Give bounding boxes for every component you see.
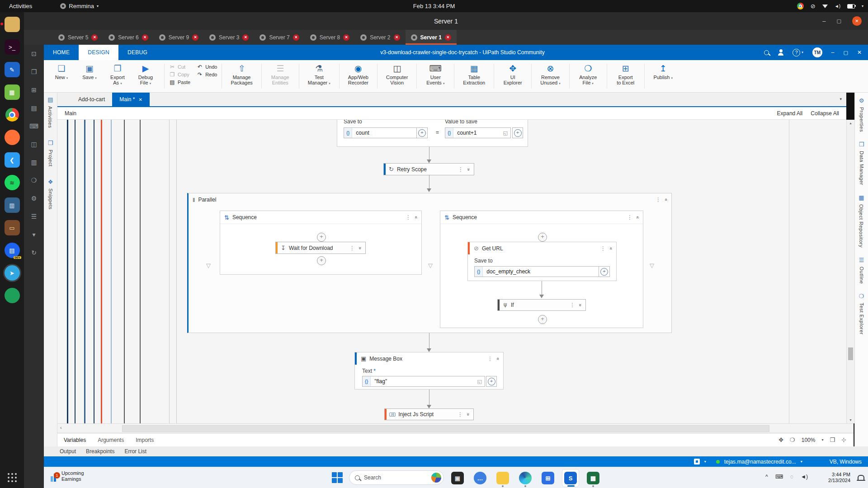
paste-button[interactable]: ▤Paste <box>169 79 190 85</box>
debug-file-button[interactable]: ▶DebugFile ▾ <box>132 60 160 92</box>
new-button[interactable]: ❏New ▾ <box>47 60 75 92</box>
add-button[interactable]: + <box>416 128 427 138</box>
close-button[interactable]: ✕ <box>857 49 862 56</box>
computer-vision-button[interactable]: ◫ComputerVision <box>382 60 412 92</box>
scaling-icon[interactable]: ▤ <box>31 104 37 112</box>
remmina-tab-server-9[interactable]: Server 9✕ <box>154 30 204 45</box>
close-tab-icon[interactable]: ✕ <box>138 97 142 102</box>
zoom-icon[interactable]: ❍ <box>790 436 795 443</box>
if-activity[interactable]: ⋔ If ⋮ » <box>497 299 586 311</box>
options-icon[interactable]: ⋮ <box>570 302 575 308</box>
tab-error-list[interactable]: Error List <box>124 448 146 455</box>
add-activity-button[interactable]: + <box>538 233 547 242</box>
tab-test-explorer[interactable]: ❍Test Explorer <box>859 293 864 335</box>
tab-outline[interactable]: ☰Outline <box>859 257 864 284</box>
clock[interactable]: Feb 13 3:44 PM <box>413 3 455 9</box>
firefox-icon[interactable] <box>5 130 20 145</box>
libreoffice-calc-icon[interactable]: ▦ <box>5 84 20 100</box>
workflow-canvas[interactable]: Save to {} count + = Value to save {} co… <box>57 120 846 423</box>
export-to-excel-button[interactable]: ⊞Exportto Excel <box>612 60 640 92</box>
options-icon[interactable]: ⋮ <box>656 197 661 203</box>
text-field[interactable]: {} "flag" ◱ <box>362 376 485 387</box>
scroll-down-icon[interactable]: ▾ <box>847 418 854 422</box>
remmina-tab-server-1[interactable]: Server 1✕ <box>406 30 457 45</box>
tab-arguments[interactable]: Arguments <box>98 437 124 443</box>
tab-imports[interactable]: Imports <box>136 437 154 443</box>
caret-down-icon[interactable]: ▾ <box>821 438 823 442</box>
assign-activity[interactable]: Save to {} count + = Value to save {} co… <box>337 120 528 147</box>
store-icon[interactable]: ⊞ <box>539 469 557 487</box>
add-button[interactable]: + <box>599 267 609 277</box>
menu-tab-design[interactable]: DESIGN <box>79 45 118 60</box>
toolbox-icon[interactable]: ▭ <box>5 220 20 235</box>
minimize-toolbar-icon[interactable]: ▾ <box>32 231 35 238</box>
start-button[interactable] <box>332 472 343 483</box>
hidden-icons-chevron[interactable]: ^ <box>765 474 768 480</box>
parallel-activity[interactable]: ‖ Parallel ⋮ « ⇅ Sequence ⋮ « + ↧ <box>187 193 672 333</box>
tab-object-repository[interactable]: ▦Object Repository <box>859 194 864 248</box>
user-events-button[interactable]: ⌨UserEvents ▾ <box>421 60 449 92</box>
collapse-icon[interactable]: « <box>664 198 669 201</box>
docker-dev-icon[interactable]: ▤DEV <box>5 243 20 258</box>
tab-properties[interactable]: ⚙Properties <box>859 97 864 132</box>
pgadmin-icon[interactable]: ▥ <box>5 197 20 213</box>
remmina-tab-server-7[interactable]: Server 7✕ <box>254 30 304 45</box>
window-icon[interactable]: ⊡ <box>31 50 37 57</box>
menu-tab-home[interactable]: HOME <box>44 45 79 60</box>
expand-editor-icon[interactable]: ◱ <box>475 376 485 386</box>
search-input[interactable]: Search <box>349 470 444 485</box>
close-tab-icon[interactable]: ✕ <box>242 34 249 41</box>
fullscreen-icon[interactable]: ❒ <box>31 68 37 75</box>
maximize-button[interactable]: ▢ <box>837 18 841 24</box>
collapse-all-button[interactable]: Collapse All <box>811 110 839 117</box>
spotify-icon[interactable]: ≋ <box>5 175 20 190</box>
fit-screen-icon[interactable]: ❒ <box>830 436 835 443</box>
remmina-tab-server-6[interactable]: Server 6✕ <box>103 30 153 45</box>
menu-tab-debug[interactable]: DEBUG <box>118 45 156 60</box>
collapse-icon[interactable]: « <box>635 216 641 219</box>
export-as-button[interactable]: ❐ExportAs ▾ <box>104 60 132 92</box>
horizontal-scrollbar[interactable]: ‹ <box>57 423 854 433</box>
taskbar-clock[interactable]: 3:44 PM 2/13/2024 <box>812 472 850 483</box>
options-icon[interactable]: ⋮ <box>627 214 632 221</box>
app-menu[interactable]: Remmina ▾ <box>60 3 99 9</box>
search-highlights-icon[interactable] <box>431 473 441 483</box>
get-url-activity[interactable]: ⊘ Get URL ⋮ « Save to {} doc_empty_check… <box>467 242 617 281</box>
collapse-icon[interactable]: « <box>495 357 501 360</box>
minimize-button[interactable]: – <box>831 49 835 56</box>
disconnect-icon[interactable]: ↻ <box>31 249 37 256</box>
remove-unused-button[interactable]: ⊗RemoveUnused ▾ <box>536 60 565 92</box>
scrollbar-thumb[interactable] <box>848 347 853 360</box>
uipath-studio-icon[interactable]: S <box>562 469 579 487</box>
expand-all-button[interactable]: Expand All <box>777 110 803 117</box>
value-to-save-field[interactable]: {} count+1 ◱ <box>445 127 511 138</box>
dynamic-resolution-icon[interactable]: ⊞ <box>31 86 37 94</box>
photos-app-icon[interactable]: ▣ <box>449 469 466 487</box>
magnifier-icon[interactable]: ❍ <box>31 177 37 184</box>
save-to-field[interactable]: {} doc_empty_check + <box>474 266 610 277</box>
add-activity-button[interactable]: + <box>317 233 326 242</box>
remmina-tab-server-5[interactable]: Server 5✕ <box>53 30 103 45</box>
edge-icon[interactable] <box>517 469 534 487</box>
tab-overflow-chevron[interactable]: ▾ <box>840 97 842 101</box>
help-button[interactable]: ? ▾ <box>793 49 803 56</box>
options-icon[interactable]: ⋮ <box>406 214 411 221</box>
manage-packages-button[interactable]: ⇧ManagePackages <box>226 60 256 92</box>
expand-icon[interactable]: » <box>578 304 583 306</box>
sequence-activity[interactable]: ⇅ Sequence ⋮ « + ⊘ Get URL ⋮ « <box>440 211 643 328</box>
tab-variables[interactable]: Variables <box>64 437 86 443</box>
close-tab-icon[interactable]: ✕ <box>192 34 198 41</box>
add-activity-button[interactable]: + <box>317 256 326 265</box>
expand-icon[interactable]: » <box>466 413 471 416</box>
close-tab-icon[interactable]: ✕ <box>293 34 299 41</box>
feedback-icon[interactable] <box>778 53 783 56</box>
scroll-left-icon[interactable]: ‹ <box>60 425 62 430</box>
publish-button[interactable]: ↥Publish ▾ <box>649 60 677 92</box>
system-tray[interactable]: ⊘ ◄) ▾ <box>797 3 863 9</box>
remmina-icon[interactable]: ➤ <box>5 265 20 281</box>
inject-js-script-activity[interactable]: JS Inject Js Script ⋮ » <box>384 408 474 420</box>
preferences-icon[interactable]: ⚙ <box>31 195 37 202</box>
options-icon[interactable]: ⋮ <box>600 245 606 252</box>
zoom-level[interactable]: 100% <box>802 437 816 443</box>
pan-icon[interactable]: ✥ <box>778 436 783 443</box>
